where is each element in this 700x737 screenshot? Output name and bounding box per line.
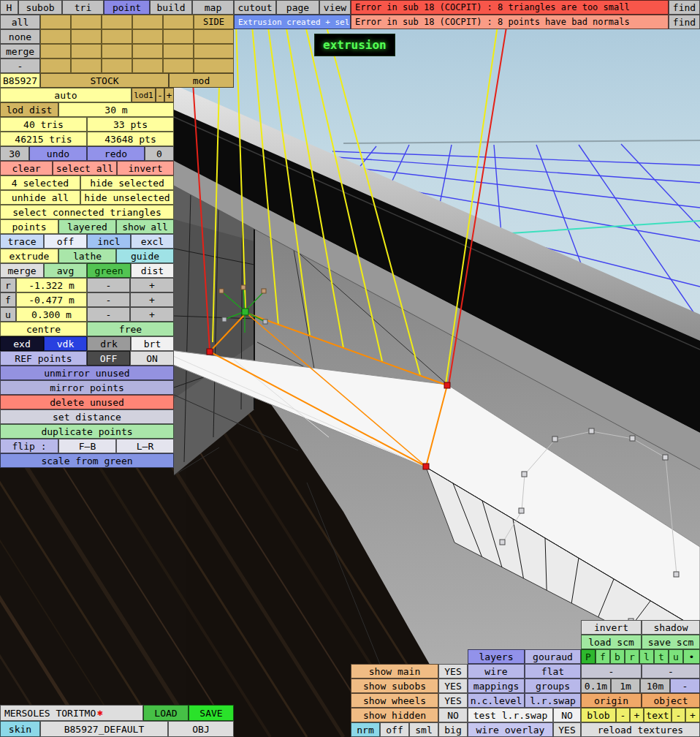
file-dirty-marker: ✱	[97, 707, 103, 718]
extrusion-tooltip: extrusion	[314, 34, 395, 56]
viewport-3d-canvas[interactable]	[0, 0, 700, 737]
